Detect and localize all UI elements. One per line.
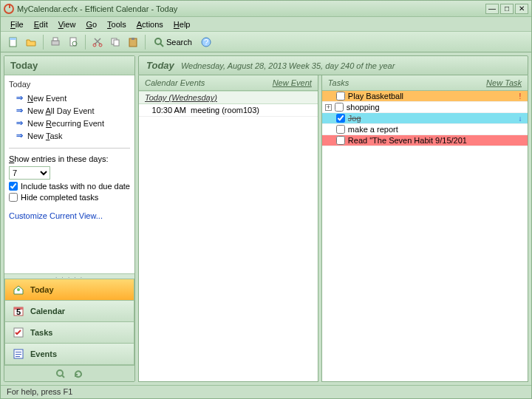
- svg-text:?: ?: [204, 38, 208, 47]
- sidebar: Today Today ⇒New Event⇒New All Day Event…: [4, 55, 135, 382]
- menu-tools[interactable]: Tools: [102, 18, 132, 30]
- content-header: Today Wednesday, August 28, 2013 Week 35…: [138, 55, 528, 75]
- event-row[interactable]: 10:30 AMmeeting (room103): [139, 104, 318, 117]
- svg-point-15: [17, 288, 20, 291]
- event-title: meeting (room103): [191, 106, 259, 115]
- sidebar-group-label: Today: [9, 80, 130, 89]
- task-row[interactable]: Jog↓: [322, 113, 528, 124]
- sidebar-link-new-task[interactable]: ⇒New Task: [9, 129, 130, 142]
- task-title: make a report: [348, 125, 513, 134]
- sidebar-link-new-all-day-event[interactable]: ⇒New All Day Event: [9, 104, 130, 117]
- statusbar: For help, press F1: [1, 385, 531, 398]
- svg-rect-1: [10, 38, 16, 40]
- menu-help[interactable]: Help: [168, 18, 196, 30]
- content-title: Today: [146, 60, 174, 71]
- show-entries-label: Show entries in these days:: [9, 154, 130, 163]
- sidebar-link-new-event[interactable]: ⇒New Event: [9, 92, 130, 104]
- sidebar-header: Today: [4, 56, 134, 75]
- search-button[interactable]: Search: [149, 34, 197, 50]
- hide-completed-label[interactable]: Hide completed tasks: [21, 193, 98, 202]
- toolbar: Search ?: [1, 32, 531, 52]
- svg-rect-21: [16, 352, 21, 352]
- tasks-pane: Tasks New Task Play Basketball!+shopping…: [321, 75, 528, 382]
- home-icon: [13, 284, 24, 296]
- print-preview-icon[interactable]: [65, 34, 81, 50]
- arrow-icon: ⇒: [16, 93, 23, 103]
- days-select[interactable]: 7: [9, 166, 50, 180]
- task-row[interactable]: Read "The Seven Habit 9/15/201: [322, 135, 528, 146]
- svg-rect-23: [16, 356, 20, 357]
- task-title: Read "The Seven Habit 9/15/201: [348, 136, 513, 145]
- refresh-icon[interactable]: [73, 369, 83, 379]
- task-title: Play Basketball: [348, 92, 513, 100]
- task-title: Jog: [348, 114, 513, 123]
- events-header: Calendar Events: [145, 78, 205, 87]
- task-checkbox[interactable]: [336, 114, 345, 123]
- task-checkbox[interactable]: [335, 103, 344, 112]
- cut-icon[interactable]: [89, 34, 106, 50]
- close-button[interactable]: ✕: [515, 4, 528, 14]
- menu-actions[interactable]: Actions: [132, 18, 168, 30]
- copy-icon[interactable]: [107, 34, 123, 50]
- arrow-icon: ⇒: [16, 131, 23, 140]
- menu-go[interactable]: Go: [81, 18, 102, 30]
- minimize-button[interactable]: —: [485, 4, 499, 14]
- svg-point-24: [57, 370, 63, 376]
- include-nodue-label[interactable]: Include tasks with no due date: [21, 182, 130, 191]
- content-subtitle: Wednesday, August 28, 2013 Week 35, day …: [181, 61, 395, 70]
- new-task-link[interactable]: New Task: [486, 78, 522, 87]
- task-title: shopping: [347, 103, 513, 112]
- print-icon[interactable]: [47, 34, 64, 50]
- event-day-header: Today (Wednesday): [139, 91, 318, 104]
- sidebar-footer: [4, 365, 134, 381]
- search-icon: [154, 37, 164, 47]
- nav-calendar[interactable]: 5Calendar: [4, 300, 134, 322]
- task-row[interactable]: make a report: [322, 124, 528, 135]
- search-label: Search: [166, 38, 192, 47]
- nav-today[interactable]: Today: [4, 279, 134, 301]
- app-icon: [4, 4, 14, 14]
- tasks-icon: [13, 327, 24, 338]
- titlebar: MyCalendar.ecfx - Efficient Calendar - T…: [1, 1, 531, 17]
- svg-rect-22: [16, 354, 21, 355]
- menu-edit[interactable]: Edit: [29, 18, 53, 30]
- svg-rect-9: [114, 40, 119, 46]
- tasks-header: Tasks: [328, 78, 349, 87]
- expander-icon[interactable]: +: [325, 104, 332, 111]
- menu-view[interactable]: View: [53, 18, 81, 30]
- customize-view-link[interactable]: Customize Current View...: [9, 211, 103, 220]
- window-title: MyCalendar.ecfx - Efficient Calendar - T…: [17, 4, 485, 13]
- task-row[interactable]: Play Basketball!: [322, 91, 528, 102]
- events-icon: [13, 348, 24, 360]
- task-row[interactable]: +shopping: [322, 102, 528, 113]
- svg-point-12: [155, 38, 161, 44]
- svg-rect-2: [52, 41, 59, 45]
- include-nodue-checkbox[interactable]: [9, 182, 18, 191]
- open-icon[interactable]: [23, 34, 39, 50]
- priority-flag-icon: !: [516, 92, 525, 100]
- arrow-icon: ⇒: [16, 118, 23, 128]
- svg-rect-3: [53, 38, 58, 41]
- task-checkbox[interactable]: [336, 92, 345, 100]
- sidebar-link-new-recurring-event[interactable]: ⇒New Recurring Event: [9, 117, 130, 129]
- task-checkbox[interactable]: [336, 136, 345, 145]
- event-time: 10:30 AM: [145, 106, 191, 115]
- menu-file[interactable]: File: [5, 18, 29, 30]
- task-checkbox[interactable]: [336, 125, 345, 134]
- svg-rect-11: [132, 38, 134, 40]
- paste-icon[interactable]: [125, 34, 141, 50]
- nav-events[interactable]: Events: [4, 343, 134, 365]
- new-event-link[interactable]: New Event: [273, 78, 312, 87]
- content: Today Wednesday, August 28, 2013 Week 35…: [138, 55, 528, 382]
- priority-flag-icon: ↓: [516, 115, 525, 123]
- help-icon[interactable]: ?: [198, 34, 214, 50]
- calendar-icon: 5: [13, 305, 24, 317]
- nav-tasks[interactable]: Tasks: [4, 321, 134, 344]
- hide-completed-checkbox[interactable]: [9, 193, 18, 202]
- events-pane: Calendar Events New Event Today (Wednesd…: [138, 75, 318, 382]
- new-doc-icon[interactable]: [5, 34, 21, 50]
- arrow-icon: ⇒: [16, 106, 23, 115]
- search-small-icon[interactable]: [55, 369, 66, 379]
- menubar: FileEditViewGoToolsActionsHelp: [1, 17, 531, 32]
- maximize-button[interactable]: □: [500, 4, 514, 14]
